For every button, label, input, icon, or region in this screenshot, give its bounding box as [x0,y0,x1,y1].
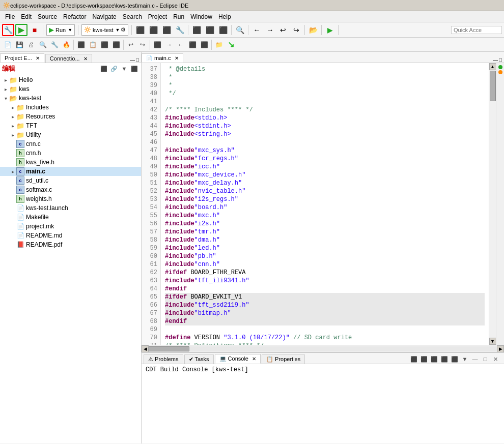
menu-item-help[interactable]: Help [215,12,234,21]
tree-item-utility[interactable]: ▸📁Utility [0,130,141,139]
nav-btn-3[interactable]: ⬛ [160,24,173,36]
tree-arrow[interactable]: ▸ [2,77,9,83]
tree-arrow[interactable]: ▸ [9,114,16,120]
new-console-btn[interactable]: ⬛ [450,354,459,364]
tree-item-main.c[interactable]: ▸cmain.c [0,167,141,176]
search-btn[interactable]: 🔍 [234,24,246,36]
close-connections-tab[interactable]: ✕ [83,56,88,62]
tab-properties[interactable]: 📋 Properties [262,354,305,364]
run-combo[interactable]: ▶ Run ▼ [46,24,75,36]
minimize-panel-btn[interactable]: — [130,57,135,63]
scroll-thumb[interactable] [490,71,496,101]
quick-access-input[interactable] [451,26,502,34]
tree-item-cnn.h[interactable]: hcnn.h [0,149,141,158]
kws-dropdown-icon[interactable]: ▼ [115,27,120,33]
nav-btn-2[interactable]: ⬛ [147,24,159,36]
scroll-down-btn[interactable]: ▼ [489,338,496,345]
tb2-btn1[interactable]: 🔧 [49,39,60,50]
save-btn[interactable]: 💾 [14,39,25,50]
tb2-btn12[interactable]: 📁 [213,39,225,50]
menu-item-source[interactable]: Source [35,12,60,21]
maximize-console-btn[interactable]: □ [481,354,490,364]
undo-btn[interactable]: ↩ [125,39,136,50]
tree-item-cnn.c[interactable]: ccnn.c [0,139,141,149]
nav-btn-5[interactable]: ⬛ [190,24,203,36]
tree-item-kws-test.launch[interactable]: 📄kws-test.launch [0,203,141,213]
redo-btn[interactable]: ↪ [137,39,148,50]
close-project-tab[interactable]: ✕ [36,55,40,61]
tb2-btn5[interactable]: ⬛ [99,39,110,50]
run-btn-2[interactable]: ▶ [324,24,336,36]
print-btn[interactable]: 🖨 [25,39,37,50]
nav-btn-1[interactable]: ⬛ [134,24,146,36]
tools-button[interactable]: 🔧 [2,24,14,36]
run-dropdown-icon[interactable]: ▼ [68,27,72,33]
menu-item-refactor[interactable]: Refactor [60,12,89,21]
back-btn[interactable]: ← [250,24,263,36]
tree-arrow[interactable]: ▸ [9,132,16,138]
tree-item-tft[interactable]: ▸📁TFT [0,121,141,130]
link-editor-btn[interactable]: 🔗 [109,64,119,73]
tree-arrow[interactable]: ▸ [2,86,9,92]
kws-combo[interactable]: 🔆 kws-test ▼ ⚙ [81,24,128,36]
menu-item-run[interactable]: Run [170,12,187,21]
tree-item-sd_util.c[interactable]: csd_util.c [0,176,141,185]
tree-arrow[interactable]: ▾ [2,96,9,101]
close-editor-tab[interactable]: ✕ [175,55,179,61]
tb2-btn2[interactable]: 🔥 [61,39,72,50]
panel-menu-btn[interactable]: ▼ [120,64,129,73]
tb2-btn3[interactable]: ⬛ [75,39,87,50]
tree-item-hello[interactable]: ▸📁Hello [0,75,141,84]
new-btn[interactable]: 📄 [2,39,13,50]
tab-problems[interactable]: ⚠ Problems [144,354,183,364]
panel-settings-btn[interactable]: ⬛ [130,64,139,73]
nav-btn-6[interactable]: ⬛ [204,24,216,36]
open-btn[interactable]: 📂 [307,24,319,36]
tb2-btn7[interactable]: ⬛ [152,39,163,50]
tree-item-readme.md[interactable]: 📄README.md [0,231,141,240]
stop-button[interactable]: ■ [29,24,41,36]
menu-item-project[interactable]: Project [145,12,170,21]
minimize-console-btn[interactable]: ✕ [491,354,500,364]
find-btn[interactable]: 🔍 [37,39,48,50]
menu-item-navigate[interactable]: Navigate [89,12,119,21]
tb2-btn10[interactable]: ⬛ [187,39,198,50]
tree-item-readme.pdf[interactable]: 📕README.pdf [0,240,141,249]
scroll-right-btn[interactable]: ▶ [497,345,504,352]
menu-item-file[interactable]: File [2,12,18,21]
tree-item-kws-test[interactable]: ▾📂kws-test [0,94,141,103]
scroll-track-h[interactable] [149,346,497,351]
tree-item-kws[interactable]: ▸📁kws [0,84,141,94]
tab-project-explorer[interactable]: Project E... ✕ [0,53,44,63]
run-debug-button[interactable]: ▶ [15,24,27,36]
tree-item-project.mk[interactable]: 📄project.mk [0,222,141,231]
tree-item-makefile[interactable]: 📄Makefile [0,213,141,222]
horizontal-scrollbar[interactable]: ◀ ▶ [142,345,504,352]
tree-item-kws_five.h[interactable]: hkws_five.h [0,158,141,167]
tab-console[interactable]: 💻 Console ✕ [215,354,261,364]
menu-item-window[interactable]: Window [187,12,215,21]
close-console-btn[interactable]: — [470,354,480,364]
tb2-btn9[interactable]: ← [175,39,186,50]
minimize-editor-btn[interactable]: — [493,57,498,63]
menu-item-edit[interactable]: Edit [18,12,35,21]
forward-btn[interactable]: → [264,24,276,36]
maximize-editor-btn[interactable]: □ [499,57,502,63]
nav-btn-7[interactable]: ⬛ [217,24,229,36]
tree-item-weights.h[interactable]: hweights.h [0,194,141,203]
code-content[interactable]: * @details * * *//* **** Includes **** *… [161,63,489,345]
tb2-btn8[interactable]: → [163,39,175,50]
tree-arrow[interactable]: ▸ [9,123,16,129]
tb2-btn4[interactable]: 📋 [87,39,98,50]
tree-arrow[interactable]: ▸ [9,169,16,174]
next-edit-btn[interactable]: ↪ [290,24,302,36]
scroll-left-btn[interactable]: ◀ [142,345,149,352]
scroll-to-end-btn[interactable]: ⬛ [419,354,429,364]
collapse-all-btn[interactable]: ⬛ [99,64,108,73]
tb2-btn11[interactable]: ⬛ [199,39,210,50]
scroll-up-btn[interactable]: ▲ [489,63,496,70]
maximize-panel-btn[interactable]: □ [136,57,139,63]
tree-item-resources[interactable]: ▸📁Resources [0,112,141,121]
clear-console-btn[interactable]: ⬛ [430,354,439,364]
tab-tasks[interactable]: ✔ Tasks [184,354,214,364]
